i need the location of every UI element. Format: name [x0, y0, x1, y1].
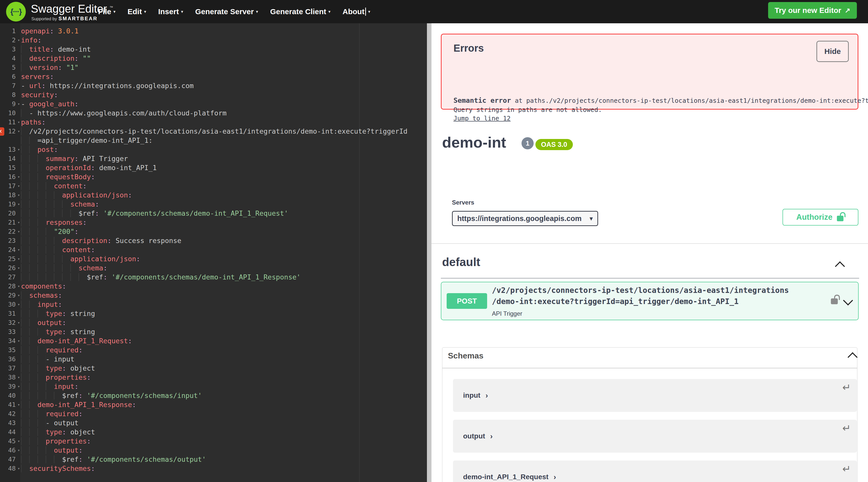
code-line[interactable]: content: — [21, 245, 407, 254]
auth-lock-icon[interactable] — [831, 295, 839, 305]
pane-splitter[interactable] — [427, 23, 431, 482]
fold-widget-icon[interactable]: ▾ — [18, 373, 20, 382]
fold-widget-icon[interactable]: ▾ — [18, 218, 20, 227]
fold-widget-icon[interactable]: ▾ — [18, 464, 20, 473]
code-line[interactable]: type: object — [21, 364, 407, 373]
jump-to-line-link[interactable]: Jump to line 12 — [454, 115, 510, 122]
code-line[interactable]: summary: API Trigger — [21, 154, 407, 163]
code-line[interactable]: - output — [21, 419, 407, 428]
code-line[interactable]: application/json: — [21, 254, 407, 263]
fold-widget-icon[interactable]: ▾ — [18, 400, 20, 409]
fold-widget-icon[interactable]: ▾ — [18, 446, 20, 455]
server-select[interactable]: https://integrations.googleapis.com ▾ — [452, 211, 598, 226]
code-line[interactable]: demo-int_API_1_Request: — [21, 336, 407, 345]
expand-operation-icon[interactable] — [843, 295, 853, 306]
fold-widget-icon[interactable]: ▾ — [18, 291, 20, 300]
post-operation-row[interactable]: POST /v2/projects/connectors-ip-test/loc… — [441, 282, 859, 320]
fold-widget-icon[interactable]: ▾ — [18, 336, 20, 345]
code-token — [21, 401, 37, 408]
fold-widget-icon[interactable]: ▾ — [18, 100, 20, 109]
fold-widget-icon[interactable]: ▾ — [18, 118, 20, 127]
menu-generate-server[interactable]: Generate Server▾ — [195, 7, 258, 16]
code-line[interactable]: schemas: — [21, 291, 407, 300]
code-line[interactable]: security: — [21, 90, 407, 100]
collapse-schemas-icon[interactable] — [847, 352, 858, 362]
yaml-editor[interactable]: 12▾3456789▾1011▾12▾✕13▾141516▾17▾18▾19▾2… — [0, 23, 427, 482]
fold-widget-icon[interactable]: ▾ — [18, 318, 20, 327]
fold-widget-icon[interactable]: ▾ — [18, 172, 20, 181]
try-new-editor-button[interactable]: Try our new Editor ↗ — [768, 2, 857, 19]
code-line[interactable]: paths: — [21, 118, 407, 127]
code-line[interactable]: title: demo-int — [21, 45, 407, 54]
code-line[interactable]: =api_trigger/demo-int_API_1: — [21, 136, 407, 145]
authorize-button[interactable]: Authorize — [782, 209, 858, 226]
code-line[interactable]: required: — [21, 409, 407, 419]
code-line[interactable]: description: Success response — [21, 236, 407, 245]
schemas-header[interactable]: Schemas — [442, 347, 857, 368]
fold-widget-icon[interactable]: ▾ — [18, 300, 20, 309]
model-row-output[interactable]: output›↵ — [453, 420, 857, 453]
hide-errors-button[interactable]: Hide — [816, 41, 849, 62]
fold-widget-icon[interactable]: ▾ — [18, 245, 20, 254]
code-line[interactable]: schema: — [21, 263, 407, 273]
menu-about[interactable]: About▾ — [342, 7, 370, 16]
code-line[interactable]: application/json: — [21, 191, 407, 200]
code-line[interactable]: type: string — [21, 309, 407, 318]
code-line[interactable]: servers: — [21, 72, 407, 81]
collapse-tag-icon[interactable] — [835, 261, 845, 272]
fold-widget-icon[interactable]: ▾ — [18, 382, 20, 391]
fold-widget-icon[interactable]: ▾ — [18, 145, 20, 154]
fold-widget-icon[interactable]: ▾ — [18, 127, 20, 136]
fold-widget-icon[interactable]: ▾ — [18, 200, 20, 209]
code-line[interactable]: description: "" — [21, 54, 407, 63]
code-line[interactable]: $ref: '#/components/schemas/output' — [21, 455, 407, 464]
code-line[interactable]: schema: — [21, 200, 407, 209]
code-line[interactable]: input: — [21, 382, 407, 391]
code-line[interactable]: properties: — [21, 437, 407, 446]
code-line[interactable]: type: string — [21, 327, 407, 336]
model-row-demo-int_API_1_Request[interactable]: demo-int_API_1_Request›↵ — [453, 460, 857, 482]
code-line[interactable]: openapi: 3.0.1 — [21, 27, 407, 36]
tag-section-title[interactable]: default — [442, 255, 480, 269]
code-line[interactable]: $ref: '#/components/schemas/demo-int_API… — [21, 273, 407, 282]
code-line[interactable]: $ref: '#/components/schemas/input' — [21, 391, 407, 400]
code-line[interactable]: "200": — [21, 227, 407, 236]
fold-widget-icon[interactable]: ▾ — [18, 282, 20, 291]
code-token — [21, 382, 54, 390]
menu-file[interactable]: File▾ — [98, 7, 115, 16]
code-line[interactable]: /v2/projects/connectors-ip-test/location… — [21, 127, 407, 136]
editor-code-area[interactable]: openapi: 3.0.1info: title: demo-int desc… — [21, 27, 407, 473]
fold-widget-icon[interactable]: ▾ — [18, 437, 20, 446]
code-line[interactable]: required: — [21, 345, 407, 355]
code-line[interactable]: - https://www.googleapis.com/auth/cloud-… — [21, 109, 407, 118]
fold-widget-icon[interactable]: ▾ — [18, 263, 20, 273]
code-line[interactable]: input: — [21, 300, 407, 309]
code-line[interactable]: operationId: demo-int_API_1 — [21, 163, 407, 172]
fold-widget-icon[interactable]: ▾ — [18, 227, 20, 236]
code-line[interactable]: output: — [21, 446, 407, 455]
code-line[interactable]: requestBody: — [21, 172, 407, 181]
code-line[interactable]: type: object — [21, 428, 407, 437]
code-line[interactable]: content: — [21, 181, 407, 191]
code-line[interactable]: properties: — [21, 373, 407, 382]
code-line[interactable]: securitySchemes: — [21, 464, 407, 473]
code-line[interactable]: demo-int_API_1_Response: — [21, 400, 407, 409]
code-line[interactable]: $ref: '#/components/schemas/demo-int_API… — [21, 209, 407, 218]
menu-edit[interactable]: Edit▾ — [127, 7, 146, 16]
fold-widget-icon[interactable]: ▾ — [18, 191, 20, 200]
fold-widget-icon[interactable]: ▾ — [18, 181, 20, 191]
fold-widget-icon[interactable]: ▾ — [18, 254, 20, 263]
menu-insert[interactable]: Insert▾ — [158, 7, 183, 16]
code-line[interactable]: components: — [21, 282, 407, 291]
code-line[interactable]: responses: — [21, 218, 407, 227]
code-line[interactable]: - input — [21, 355, 407, 364]
code-line[interactable]: - url: https://integrations.googleapis.c… — [21, 81, 407, 90]
menu-generate-client[interactable]: Generate Client▾ — [270, 7, 330, 16]
code-line[interactable]: info: — [21, 36, 407, 45]
fold-widget-icon[interactable]: ▾ — [18, 36, 20, 45]
model-row-input[interactable]: input›↵ — [453, 379, 857, 412]
code-line[interactable]: output: — [21, 318, 407, 327]
code-line[interactable]: version: "1" — [21, 63, 407, 72]
code-line[interactable]: post: — [21, 145, 407, 154]
code-line[interactable]: - google_auth: — [21, 100, 407, 109]
